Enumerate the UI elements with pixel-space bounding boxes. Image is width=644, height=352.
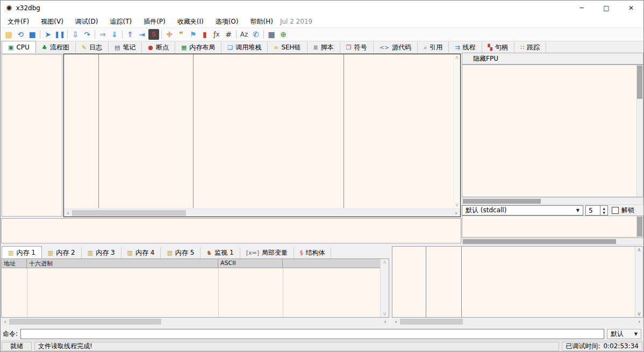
menu-trace[interactable]: 追踪(T) [104, 16, 138, 28]
registers-view[interactable] [462, 64, 643, 197]
hide-fpu-button[interactable]: 隐藏FPU [462, 53, 643, 64]
disasm-vertical-scrollbar[interactable]: ∧ ∨ [453, 54, 460, 208]
scroll-left-icon[interactable]: ‹ [392, 319, 400, 325]
arguments-horizontal-scrollbar[interactable] [462, 238, 643, 245]
crc-hash-icon[interactable]: # [223, 28, 234, 40]
run-to-user-code-icon[interactable]: ⇥ [136, 28, 148, 40]
scroll-down-icon[interactable]: ∨ [454, 202, 460, 208]
minimize-button[interactable]: ─ [569, 1, 594, 16]
tab-notes[interactable]: ▤ 笔记 [109, 42, 142, 53]
stack-horizontal-scrollbar[interactable]: ‹ › [392, 318, 643, 326]
registers-vertical-scrollbar[interactable] [636, 65, 643, 197]
tab-dump-1[interactable]: ▥ 内存 1 [2, 246, 42, 258]
scroll-right-icon[interactable]: › [452, 210, 460, 216]
tab-dump-2[interactable]: ▥ 内存 2 [42, 247, 82, 258]
scroll-up-icon[interactable]: ∧ [454, 54, 460, 61]
menu-plugins[interactable]: 插件(P) [138, 16, 171, 28]
tab-references[interactable]: ⌕ 引用 [418, 42, 449, 53]
tab-locals[interactable]: [x=] 局部变量 [240, 247, 294, 258]
memory-dump-vertical-scrollbar[interactable]: ∧ ∨ [380, 259, 389, 317]
calling-convention-select[interactable]: 默认 (stdcall) ▼ [462, 205, 583, 215]
tab-script[interactable]: ≣ 脚本 [307, 42, 340, 53]
maximize-button[interactable]: □ [594, 1, 619, 16]
scroll-right-icon[interactable]: › [381, 319, 389, 325]
disasm-horizontal-scrollbar[interactable]: ‹ › [64, 209, 460, 217]
tab-threads[interactable]: ⇉ 线程 [449, 42, 482, 53]
menu-debug[interactable]: 调试(D) [69, 16, 104, 28]
arguments-vertical-scrollbar[interactable] [636, 216, 643, 237]
tab-struct[interactable]: § 结构体 [294, 247, 332, 258]
tab-call-stack[interactable]: ❏ 调用堆栈 [221, 42, 268, 53]
restart-icon[interactable]: ⟲ [15, 28, 26, 40]
scylla-icon[interactable]: S [148, 29, 159, 40]
menu-file[interactable]: 文件(F) [2, 16, 35, 28]
command-profile-select[interactable]: 默认 ▼ [607, 329, 641, 339]
run-to-cursor-icon[interactable]: ⇒ [97, 28, 109, 40]
tab-seh-chain[interactable]: ∞ SEH链 [268, 42, 307, 53]
scrollbar-thumb[interactable] [463, 199, 541, 204]
tab-symbols[interactable]: ❒ 符号 [340, 42, 374, 53]
step-into-icon[interactable]: ⇩ [69, 28, 81, 40]
run-icon[interactable]: ➤ [42, 28, 54, 40]
memory-dump-table[interactable]: 地址 十六进制 ASCII ∧ ∨ [1, 258, 389, 318]
tab-dump-3[interactable]: ▥ 内存 3 [82, 247, 121, 258]
menu-help[interactable]: 帮助(H) [244, 16, 278, 28]
tab-watch-1[interactable]: ♞ 监视 1 [201, 247, 240, 258]
labels-icon[interactable]: ⚑ [187, 28, 199, 40]
menu-view[interactable]: 视图(V) [35, 16, 69, 28]
spin-down-icon[interactable]: ▼ [600, 211, 607, 215]
scroll-up-icon[interactable]: ∧ [381, 259, 389, 265]
close-button[interactable]: ✕ [619, 1, 643, 16]
execute-till-return-icon[interactable]: ⇓ [109, 28, 120, 40]
memory-dump-horizontal-scrollbar[interactable]: ‹ › [1, 318, 389, 326]
command-input[interactable] [20, 329, 604, 339]
bookmarks-icon[interactable]: ▮ [199, 28, 211, 40]
scroll-down-icon[interactable]: ∨ [381, 311, 389, 317]
stack-view[interactable]: ∧ ∨ [392, 246, 643, 318]
disassembly-view[interactable]: ∧ ∨ ‹ › [63, 54, 461, 217]
comments-icon[interactable]: ❞ [175, 28, 187, 40]
scrollbar-thumb[interactable] [400, 319, 463, 325]
scroll-left-icon[interactable]: ‹ [1, 319, 9, 325]
menu-options[interactable]: 选项(O) [210, 16, 245, 28]
tab-graph[interactable]: ♣ 流程图 [36, 42, 76, 53]
scrollbar-thumb[interactable] [72, 210, 186, 216]
tab-trace[interactable]: ∷ 跟踪 [514, 42, 546, 53]
tab-log[interactable]: ✎ 日志 [76, 42, 109, 53]
functions-icon[interactable]: ƒx [211, 28, 223, 40]
scrollbar-thumb[interactable] [637, 217, 642, 236]
tab-breakpoints[interactable]: ● 断点 [142, 42, 175, 53]
globe-icon[interactable]: ⊕ [277, 28, 289, 40]
registers-horizontal-scrollbar[interactable] [462, 197, 643, 205]
open-file-icon[interactable]: ▤ [3, 28, 15, 40]
patches-icon[interactable]: ✚ [163, 28, 175, 40]
calculator-icon[interactable]: ▦ [266, 28, 277, 40]
arg-count-stepper[interactable]: 5 ▲ ▼ [585, 205, 608, 215]
scrollbar-thumb[interactable] [463, 239, 616, 244]
disasm-sidebar-pane[interactable] [2, 54, 62, 217]
spin-up-icon[interactable]: ▲ [600, 206, 607, 211]
scroll-up-icon[interactable]: ∧ [635, 247, 643, 253]
scrollbar-thumb[interactable] [9, 319, 161, 325]
tab-memory-map[interactable]: ▦ 内存布局 [175, 42, 221, 53]
ascii-strings-icon[interactable]: Az [238, 28, 250, 40]
scroll-down-icon[interactable]: ∨ [635, 311, 643, 317]
step-out-icon[interactable]: ⇑ [124, 28, 136, 40]
attach-phone-icon[interactable]: ✆ [250, 28, 262, 40]
tab-cpu[interactable]: ▣ CPU [2, 41, 36, 53]
stop-icon[interactable]: ■ [26, 28, 38, 40]
stack-vertical-scrollbar[interactable]: ∧ ∨ [635, 247, 643, 317]
unlock-checkbox[interactable] [612, 207, 619, 214]
tab-dump-4[interactable]: ▥ 内存 4 [121, 247, 161, 258]
scroll-left-icon[interactable]: ‹ [64, 210, 72, 216]
tab-dump-5[interactable]: ▥ 内存 5 [161, 247, 201, 258]
scroll-right-icon[interactable]: › [635, 319, 643, 325]
info-pane[interactable] [1, 218, 461, 243]
scrollbar-thumb[interactable] [637, 66, 642, 99]
menu-favourites[interactable]: 收藏夹(I) [171, 16, 210, 28]
tab-source[interactable]: <> 源代码 [374, 42, 418, 53]
step-over-icon[interactable]: ↷ [81, 28, 93, 40]
tab-handles[interactable]: ▚ 句柄 [482, 42, 514, 53]
arguments-view[interactable] [462, 215, 643, 238]
pause-icon[interactable]: ❚❚ [54, 28, 66, 40]
